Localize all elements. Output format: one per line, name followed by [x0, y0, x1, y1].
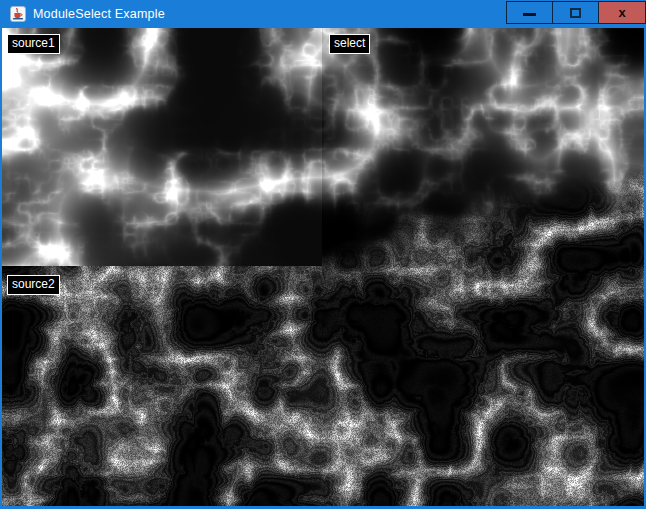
maximize-button[interactable] [552, 1, 599, 24]
render-area: source1 select source2 [2, 28, 644, 506]
maximize-icon [570, 8, 581, 18]
minimize-icon [523, 13, 536, 16]
close-button[interactable]: x [598, 1, 646, 24]
label-source1: source1 [7, 34, 60, 54]
app-window: ModuleSelect Example x source1 select so… [0, 0, 646, 509]
window-title: ModuleSelect Example [33, 7, 165, 21]
label-source2: source2 [7, 275, 60, 295]
noise-canvas [2, 28, 644, 506]
label-select: select [329, 34, 370, 54]
titlebar[interactable]: ModuleSelect Example x [0, 0, 646, 28]
java-coffee-cup-icon [10, 6, 26, 22]
minimize-button[interactable] [506, 1, 553, 24]
window-controls: x [506, 1, 646, 24]
close-icon: x [618, 6, 625, 19]
